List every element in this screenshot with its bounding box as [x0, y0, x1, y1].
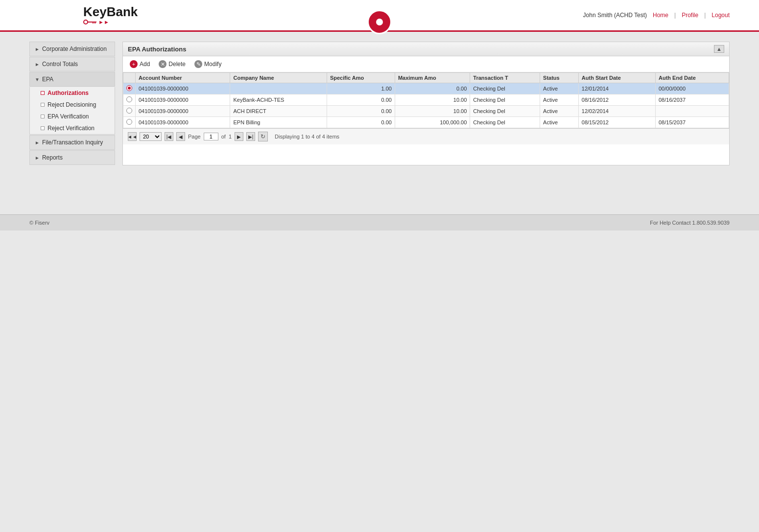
- col-transaction-type: Transaction T: [470, 73, 540, 83]
- submenu-reject-verification[interactable]: Reject Verification: [30, 122, 115, 134]
- modify-label: Modify: [204, 61, 221, 68]
- cell-specific-2: 0.00: [327, 106, 395, 117]
- reports-arrow: ►: [35, 155, 40, 161]
- toolbar: + Add ✕ Delete ✎ Modify: [123, 56, 729, 72]
- corporate-admin-arrow: ►: [35, 46, 40, 52]
- add-label: Add: [140, 61, 150, 68]
- delete-label: Delete: [168, 61, 186, 68]
- modify-icon: ✎: [194, 60, 202, 68]
- table-row[interactable]: 041001039-0000000 EPN Billing 0.00 100,0…: [123, 117, 729, 128]
- submenu-authorizations[interactable]: Authorizations: [30, 87, 115, 99]
- prev-page-button[interactable]: ◀: [176, 132, 185, 141]
- reports-label: Reports: [42, 154, 63, 161]
- cell-transaction-2: Checking Del: [470, 106, 540, 117]
- nav-home-link[interactable]: Home: [653, 12, 668, 19]
- sidebar-item-file-transaction[interactable]: ► File/Transaction Inquiry: [29, 135, 115, 150]
- display-info: Displaying 1 to 4 of 4 items: [275, 134, 339, 139]
- cell-maximum-2: 10.00: [395, 106, 470, 117]
- logo-text: KeyBank: [83, 5, 138, 18]
- col-company-name: Company Name: [230, 73, 327, 83]
- submenu-reject-decisioning[interactable]: Reject Decisioning: [30, 99, 115, 111]
- cell-company-0: [230, 83, 327, 94]
- content-header: EPA Authorizations ▲: [123, 42, 729, 56]
- cell-status-3: Active: [540, 117, 579, 128]
- main-container: ► Corporate Administration ► Control Tot…: [0, 32, 759, 175]
- logo: KeyBank ►►: [83, 5, 138, 25]
- col-maximum-amount: Maximum Amo: [395, 73, 470, 83]
- row-radio-3[interactable]: [123, 117, 136, 128]
- cell-end-3: 08/15/2037: [656, 117, 729, 128]
- control-totals-arrow: ►: [35, 62, 40, 67]
- page-label: Page: [188, 134, 201, 139]
- authorizations-bullet: [41, 91, 45, 95]
- sidebar-item-epa[interactable]: ▼ EPA: [29, 72, 115, 87]
- total-pages: 1: [229, 134, 232, 139]
- refresh-button[interactable]: ↻: [258, 132, 268, 141]
- last-page-button[interactable]: ▶|: [246, 132, 255, 141]
- nav-separator-1: |: [674, 12, 676, 19]
- logo-area: KeyBank ►►: [0, 5, 138, 25]
- control-totals-label: Control Totals: [42, 61, 78, 68]
- prev-prev-button[interactable]: ◄◄: [128, 132, 137, 141]
- of-label: of: [221, 134, 226, 139]
- sidebar-item-reports[interactable]: ► Reports: [29, 150, 115, 165]
- delete-button[interactable]: ✕ Delete: [157, 59, 188, 69]
- table-row[interactable]: 041001039-0000000 ACH DIRECT 0.00 10.00 …: [123, 106, 729, 117]
- radio-button-2[interactable]: [126, 108, 132, 114]
- collapse-button[interactable]: ▲: [714, 45, 724, 53]
- content-area: EPA Authorizations ▲ + Add ✕ Delete ✎ Mo…: [122, 42, 730, 165]
- corporate-admin-label: Corporate Administration: [42, 46, 107, 52]
- table-header-row: Account Number Company Name Specific Amo…: [123, 73, 729, 83]
- nav-logout-link[interactable]: Logout: [712, 12, 730, 19]
- modify-button[interactable]: ✎ Modify: [192, 59, 223, 69]
- epa-verification-bullet: [41, 115, 45, 118]
- radio-button-1[interactable]: [126, 96, 132, 102]
- reject-verification-label: Reject Verification: [47, 125, 95, 132]
- reject-decisioning-label: Reject Decisioning: [47, 101, 96, 108]
- cell-specific-1: 0.00: [327, 94, 395, 106]
- next-page-button[interactable]: ▶: [235, 132, 243, 141]
- header-nav: John Smith (ACHD Test) Home | Profile | …: [583, 12, 759, 19]
- pagination-bar: ◄◄ 20 50 100 |◀ ◀ Page of 1 ▶ ▶| ↻ Displ…: [123, 128, 729, 144]
- row-radio-2[interactable]: [123, 106, 136, 117]
- cell-transaction-1: Checking Del: [470, 94, 540, 106]
- panel-title: EPA Authorizations: [128, 46, 186, 53]
- col-specific-amount: Specific Amo: [327, 73, 395, 83]
- cell-maximum-3: 100,000.00: [395, 117, 470, 128]
- nav-profile-link[interactable]: Profile: [682, 12, 698, 19]
- sidebar: ► Corporate Administration ► Control Tot…: [29, 42, 115, 165]
- logo-subtitle: ►►: [83, 19, 138, 25]
- col-account-number: Account Number: [136, 73, 230, 83]
- cell-maximum-0: 0.00: [395, 83, 470, 94]
- radio-button-3[interactable]: [126, 119, 132, 125]
- col-auth-end-date: Auth End Date: [656, 73, 729, 83]
- cell-end-1: 08/16/2037: [656, 94, 729, 106]
- cell-specific-3: 0.00: [327, 117, 395, 128]
- cell-end-2: [656, 106, 729, 117]
- table-row[interactable]: 041001039-0000000 1.00 0.00 Checking Del…: [123, 83, 729, 94]
- table-row[interactable]: 041001039-0000000 KeyBank-ACHD-TES 0.00 …: [123, 94, 729, 106]
- footer: © Fiserv For Help Contact 1.800.539.9039: [0, 214, 759, 231]
- submenu-epa-verification[interactable]: EPA Verification: [30, 111, 115, 122]
- row-radio-0[interactable]: [123, 83, 136, 94]
- cell-start-2: 12/02/2014: [578, 106, 655, 117]
- cell-start-0: 12/01/2014: [578, 83, 655, 94]
- cell-transaction-0: Checking Del: [470, 83, 540, 94]
- cell-company-2: ACH DIRECT: [230, 106, 327, 117]
- cell-account-1: 041001039-0000000: [136, 94, 230, 106]
- notification-bubble: [367, 10, 392, 34]
- radio-button-0[interactable]: [126, 85, 132, 91]
- per-page-select[interactable]: 20 50 100: [140, 132, 162, 141]
- page-number-input[interactable]: [204, 133, 218, 140]
- sidebar-item-control-totals[interactable]: ► Control Totals: [29, 57, 115, 71]
- nav-separator-2: |: [704, 12, 706, 19]
- cell-specific-0: 1.00: [327, 83, 395, 94]
- sidebar-item-corporate-admin[interactable]: ► Corporate Administration: [29, 42, 115, 56]
- add-icon: +: [130, 60, 138, 68]
- cell-start-3: 08/15/2012: [578, 117, 655, 128]
- row-radio-1[interactable]: [123, 94, 136, 106]
- cell-account-3: 041001039-0000000: [136, 117, 230, 128]
- add-button[interactable]: + Add: [128, 59, 152, 69]
- col-auth-start-date: Auth Start Date: [578, 73, 655, 83]
- first-page-button[interactable]: |◀: [165, 132, 173, 141]
